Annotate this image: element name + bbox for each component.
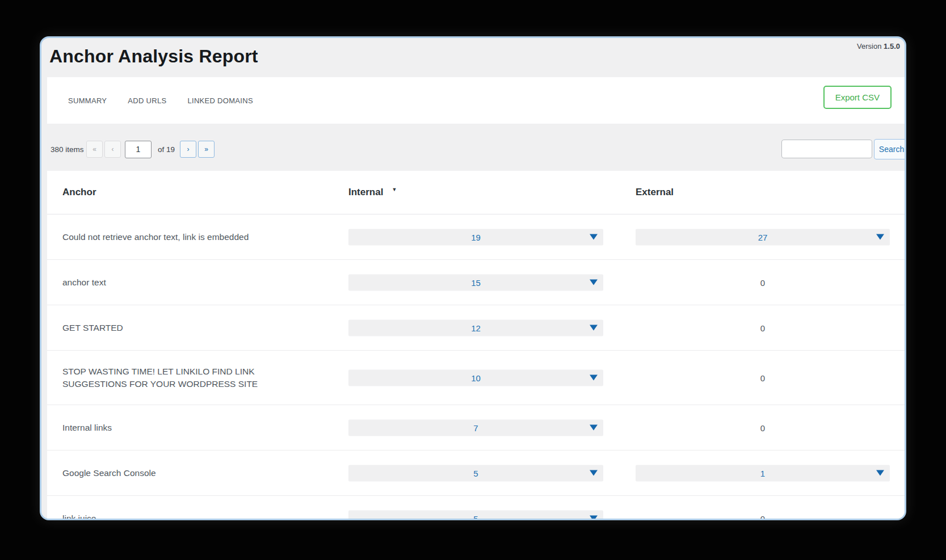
tab-bar: SUMMARY ADD URLS LINKED DOMAINS Export C…: [47, 77, 905, 124]
external-count: 0: [636, 510, 890, 520]
anchor-cell: link juice: [62, 496, 318, 520]
dropdown-arrow-icon[interactable]: [590, 374, 598, 380]
dropdown-arrow-icon[interactable]: [590, 325, 598, 330]
anchor-table: Anchor Internal ▼ External Could not ret…: [47, 171, 905, 520]
table-row: Internal links 7 0: [47, 405, 905, 450]
last-page-button[interactable]: »: [198, 141, 215, 158]
search-input[interactable]: [781, 140, 872, 158]
anchor-cell: STOP WASTING TIME! LET LINKILO FIND LINK…: [62, 351, 318, 405]
internal-count-dropdown[interactable]: 12: [348, 319, 603, 336]
table-row: GET STARTED 12 0: [47, 305, 905, 351]
first-page-button[interactable]: «: [86, 141, 103, 158]
total-pages-label: of 19: [158, 145, 175, 154]
dropdown-arrow-icon[interactable]: [590, 279, 598, 285]
dropdown-arrow-icon[interactable]: [590, 234, 598, 239]
table-row: STOP WASTING TIME! LET LINKILO FIND LINK…: [47, 351, 905, 405]
dropdown-arrow-icon[interactable]: [876, 234, 884, 239]
external-count: 0: [636, 319, 890, 336]
anchor-cell: anchor text: [62, 260, 318, 305]
dropdown-arrow-icon[interactable]: [876, 470, 884, 475]
version-text: Version: [857, 42, 884, 50]
table-body: Could not retrieve anchor text, link is …: [47, 214, 905, 520]
app-window: Anchor Analysis Report Version 1.5.0 SUM…: [40, 36, 906, 520]
internal-count-dropdown[interactable]: 7: [348, 419, 603, 436]
pager: « ‹ of 19 › »: [86, 141, 215, 158]
dropdown-arrow-icon[interactable]: [590, 424, 598, 430]
anchor-cell: Internal links: [62, 405, 318, 450]
external-count: 0: [636, 369, 890, 386]
prev-page-button[interactable]: ‹: [104, 141, 121, 158]
pagination-strip: 380 items « ‹ of 19 › » Search: [47, 133, 905, 165]
internal-count-dropdown[interactable]: 5: [348, 465, 603, 481]
table-row: Google Search Console 5 1: [47, 450, 905, 496]
dropdown-arrow-icon[interactable]: [590, 470, 598, 475]
export-csv-button[interactable]: Export CSV: [823, 86, 892, 109]
next-page-button[interactable]: ›: [180, 141, 196, 158]
column-header-external[interactable]: External: [636, 171, 674, 214]
tab-add-urls[interactable]: ADD URLS: [128, 96, 166, 105]
external-count: 0: [636, 274, 890, 290]
table-header: Anchor Internal ▼ External: [47, 171, 905, 214]
internal-count-dropdown[interactable]: 15: [348, 274, 603, 290]
dropdown-arrow-icon[interactable]: [590, 515, 598, 520]
current-page-input[interactable]: [125, 141, 152, 158]
anchor-cell: GET STARTED: [62, 305, 318, 350]
table-row: Could not retrieve anchor text, link is …: [47, 214, 905, 260]
sort-caret-icon[interactable]: ▼: [392, 187, 397, 192]
anchor-cell: Google Search Console: [62, 450, 318, 495]
page-title: Anchor Analysis Report: [49, 46, 258, 67]
column-header-anchor[interactable]: Anchor: [62, 171, 96, 214]
tab-summary[interactable]: SUMMARY: [68, 96, 107, 105]
internal-count-dropdown[interactable]: 10: [348, 369, 603, 386]
items-count: 380 items: [51, 133, 84, 165]
table-row: link juice 5 0: [47, 496, 905, 520]
anchor-cell: Could not retrieve anchor text, link is …: [62, 214, 318, 259]
tab-linked-domains[interactable]: LINKED DOMAINS: [187, 96, 253, 105]
column-header-internal[interactable]: Internal ▼: [348, 171, 397, 214]
external-count-dropdown[interactable]: 27: [636, 229, 890, 245]
external-count-dropdown[interactable]: 1: [636, 465, 890, 481]
internal-count-dropdown[interactable]: 5: [348, 510, 603, 520]
external-count: 0: [636, 419, 890, 436]
tabs: SUMMARY ADD URLS LINKED DOMAINS: [68, 77, 253, 124]
version-label: Version 1.5.0: [857, 42, 900, 50]
internal-count-dropdown[interactable]: 19: [348, 229, 603, 245]
table-row: anchor text 15 0: [47, 260, 905, 305]
version-number: 1.5.0: [884, 42, 900, 50]
search-button[interactable]: Search: [874, 139, 906, 159]
